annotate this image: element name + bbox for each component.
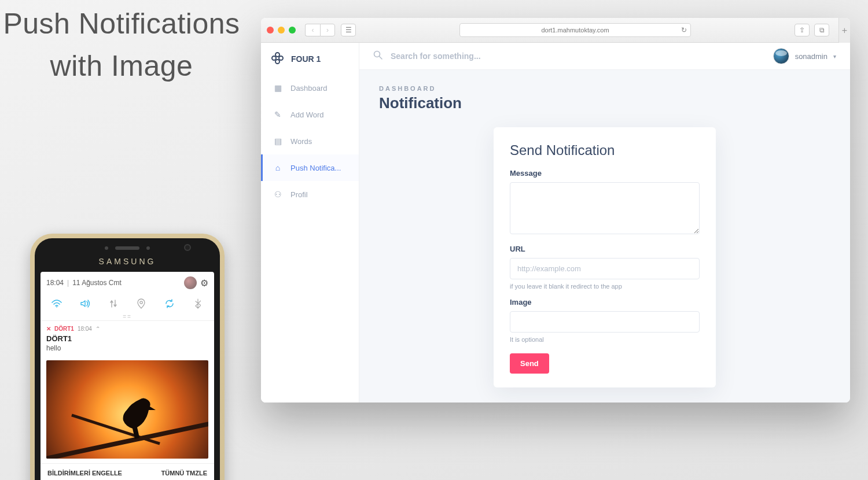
url-label: URL: [510, 245, 700, 253]
clear-all-button[interactable]: TÜMNÜ TMZLE: [161, 470, 207, 477]
notification-title: DÖRT1: [46, 334, 208, 343]
notification-image: [46, 360, 208, 459]
notification-item[interactable]: ✕ DÖRT1 18:04 ⌃ DÖRT1 hello: [41, 320, 214, 356]
nav-label: Add Word: [290, 110, 324, 119]
svg-point-0: [56, 307, 57, 308]
chevron-down-icon: ▾: [833, 53, 836, 60]
new-tab-button[interactable]: +: [838, 18, 850, 43]
share-icon[interactable]: ⇪: [795, 24, 810, 36]
close-icon[interactable]: [267, 27, 274, 34]
send-button[interactable]: Send: [510, 353, 549, 374]
brand[interactable]: FOUR 1: [261, 43, 359, 75]
sync-icon[interactable]: [163, 297, 176, 310]
breadcrumb: DASHBOARD: [379, 85, 830, 92]
laptop-icon: ⌂: [273, 163, 282, 172]
dashboard-icon: ▦: [273, 83, 282, 93]
nav-profil[interactable]: ⚇ Profil: [261, 181, 359, 208]
nav-label: Profil: [290, 190, 308, 199]
notification-body: hello: [46, 344, 208, 352]
data-icon[interactable]: [107, 297, 120, 310]
notification-app-name: DÖRT1: [54, 326, 74, 332]
nav-label: Dashboard: [290, 84, 328, 93]
location-icon[interactable]: [135, 297, 148, 310]
hero-title: Push Notifications with Image: [0, 3, 243, 87]
browser-chrome: ‹ › ☰ dort1.mahmutoktay.com ↻ ⇪ ⧉ +: [261, 18, 850, 43]
image-hint: It is optional: [510, 336, 700, 343]
brand-name: FOUR 1: [291, 54, 321, 64]
maximize-icon[interactable]: [289, 27, 296, 34]
nav-label: Words: [290, 137, 312, 146]
topbar: sonadmin ▾: [359, 43, 850, 70]
webapp: FOUR 1 ▦ Dashboard ✎ Add Word ▤ Words ⌂ …: [261, 43, 850, 403]
address-bar[interactable]: dort1.mahmutoktay.com ↻: [459, 23, 691, 37]
drag-handle-icon[interactable]: ==: [41, 312, 214, 320]
sidebar: FOUR 1 ▦ Dashboard ✎ Add Word ▤ Words ⌂ …: [261, 43, 359, 403]
nav-push-notifications[interactable]: ⌂ Push Notifica...: [261, 154, 359, 181]
send-notification-card: Send Notification Message URL if you lea…: [494, 127, 716, 387]
reload-icon[interactable]: ↻: [681, 26, 687, 34]
message-input[interactable]: [510, 182, 700, 234]
image-label: Image: [510, 298, 700, 307]
tabs-icon[interactable]: ⧉: [814, 24, 829, 36]
forward-button[interactable]: ›: [320, 24, 335, 36]
content: DASHBOARD Notification Send Notification…: [359, 70, 850, 403]
window-controls: [267, 27, 296, 34]
minimize-icon[interactable]: [278, 27, 285, 34]
collapse-caret-icon[interactable]: ⌃: [95, 326, 100, 332]
phone-screen: 18:04 | 11 Ağustos Cmt ⚙ ==: [41, 272, 214, 480]
url-input[interactable]: [510, 258, 700, 279]
user-avatar-icon[interactable]: [184, 276, 197, 289]
svg-point-1: [140, 301, 142, 304]
block-notifications-button[interactable]: BİLDİRİMLERİ ENGELLE: [47, 470, 122, 477]
notification-time: 18:04: [78, 326, 92, 332]
nav: ▦ Dashboard ✎ Add Word ▤ Words ⌂ Push No…: [261, 75, 359, 208]
nav-dashboard[interactable]: ▦ Dashboard: [261, 75, 359, 101]
search-input[interactable]: [391, 51, 765, 61]
message-label: Message: [510, 169, 700, 178]
notification-panel-header: 18:04 | 11 Ağustos Cmt ⚙: [41, 272, 214, 294]
app-icon: ✕: [46, 326, 51, 332]
sound-icon[interactable]: [79, 297, 91, 310]
crow-silhouette-icon: [117, 394, 158, 440]
wifi-icon[interactable]: [50, 297, 63, 310]
phone-brand: SAMSUNG: [35, 257, 220, 266]
url-hint: if you leave it blank it redirect to the…: [510, 283, 700, 290]
browser-window: ‹ › ☰ dort1.mahmutoktay.com ↻ ⇪ ⧉ + FOUR…: [261, 18, 850, 403]
sidebar-toggle-icon[interactable]: ☰: [341, 24, 356, 36]
back-button[interactable]: ‹: [305, 24, 320, 36]
main: sonadmin ▾ DASHBOARD Notification Send N…: [359, 43, 850, 403]
brand-logo-icon: [271, 52, 285, 66]
svg-line-3: [380, 57, 382, 60]
search-icon: [373, 50, 382, 62]
status-time: 18:04: [46, 279, 64, 287]
list-icon: ▤: [273, 136, 282, 146]
username: sonadmin: [795, 52, 827, 61]
user-menu[interactable]: sonadmin ▾: [773, 48, 836, 64]
phone-mockup: SAMSUNG 18:04 | 11 Ağustos Cmt ⚙: [30, 234, 225, 480]
nav-label: Push Notifica...: [290, 164, 341, 172]
status-date: 11 Ağustos Cmt: [72, 279, 122, 287]
bluetooth-icon[interactable]: [192, 297, 204, 310]
image-input[interactable]: [510, 311, 700, 333]
quick-toggles: [41, 294, 214, 312]
pencil-icon: ✎: [273, 110, 282, 119]
address-text: dort1.mahmutoktay.com: [541, 27, 609, 34]
nav-words[interactable]: ▤ Words: [261, 128, 359, 154]
page-title: Notification: [379, 94, 830, 112]
gear-icon[interactable]: ⚙: [200, 278, 208, 289]
people-icon: ⚇: [273, 190, 282, 199]
card-title: Send Notification: [510, 142, 700, 158]
avatar-icon: [773, 48, 789, 64]
nav-add-word[interactable]: ✎ Add Word: [261, 101, 359, 128]
